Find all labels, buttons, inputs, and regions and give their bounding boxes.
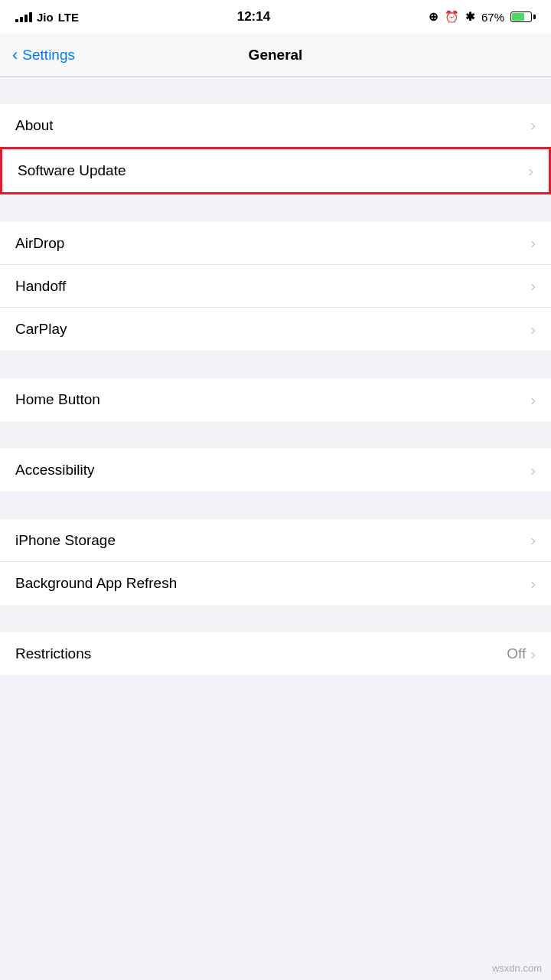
software-update-label: Software Update bbox=[18, 162, 126, 179]
list-item-software-update[interactable]: Software Update › bbox=[2, 149, 549, 192]
about-label: About bbox=[15, 117, 54, 134]
section-gap-3 bbox=[0, 421, 551, 449]
status-right: ⊕ ⏰ ✱ 67% bbox=[429, 10, 536, 24]
page-title: General bbox=[249, 47, 303, 64]
section-gap-1 bbox=[0, 194, 551, 222]
network-label: LTE bbox=[58, 11, 79, 24]
list-item-iphone-storage[interactable]: iPhone Storage › bbox=[0, 519, 551, 562]
accessibility-chevron-icon: › bbox=[530, 462, 536, 479]
restrictions-value: Off bbox=[507, 645, 526, 662]
background-app-refresh-right: › bbox=[530, 575, 536, 593]
section-gap-2 bbox=[0, 351, 551, 378]
background-app-refresh-label: Background App Refresh bbox=[15, 575, 177, 592]
airdrop-right: › bbox=[530, 234, 536, 252]
section-5: iPhone Storage › Background App Refresh … bbox=[0, 519, 551, 605]
section-1: About › Software Update › bbox=[0, 104, 551, 194]
back-button[interactable]: ‹ Settings bbox=[12, 47, 75, 64]
list-item-background-app-refresh[interactable]: Background App Refresh › bbox=[0, 562, 551, 605]
home-button-chevron-icon: › bbox=[530, 391, 536, 409]
restrictions-right: Off › bbox=[507, 645, 536, 663]
section-gap-top bbox=[0, 77, 551, 104]
carplay-right: › bbox=[530, 321, 536, 338]
about-chevron-icon: › bbox=[530, 116, 536, 134]
section-2: AirDrop › Handoff › CarPlay › bbox=[0, 222, 551, 351]
airdrop-chevron-icon: › bbox=[530, 234, 536, 252]
airdrop-label: AirDrop bbox=[15, 235, 64, 252]
handoff-chevron-icon: › bbox=[530, 277, 536, 295]
watermark: wsxdn.com bbox=[492, 962, 542, 974]
list-item-carplay[interactable]: CarPlay › bbox=[0, 308, 551, 351]
section-gap-5 bbox=[0, 605, 551, 632]
list-item-accessibility[interactable]: Accessibility › bbox=[0, 449, 551, 492]
list-item-airdrop[interactable]: AirDrop › bbox=[0, 222, 551, 265]
background-app-refresh-chevron-icon: › bbox=[530, 575, 536, 593]
handoff-label: Handoff bbox=[15, 278, 66, 295]
bluetooth-icon: ✱ bbox=[465, 10, 475, 24]
software-update-right: › bbox=[528, 162, 533, 180]
carplay-label: CarPlay bbox=[15, 321, 67, 338]
status-left: Jio LTE bbox=[15, 11, 79, 24]
restrictions-label: Restrictions bbox=[15, 645, 91, 662]
status-bar: Jio LTE 12:14 ⊕ ⏰ ✱ 67% bbox=[0, 0, 551, 34]
home-button-label: Home Button bbox=[15, 391, 100, 408]
alarm-icon: ⏰ bbox=[445, 10, 459, 24]
signal-icon bbox=[15, 11, 32, 22]
list-item-about[interactable]: About › bbox=[0, 104, 551, 147]
iphone-storage-chevron-icon: › bbox=[530, 531, 536, 549]
section-3: Home Button › bbox=[0, 378, 551, 421]
list-item-home-button[interactable]: Home Button › bbox=[0, 378, 551, 421]
carrier-label: Jio bbox=[37, 11, 54, 24]
section-4: Accessibility › bbox=[0, 449, 551, 492]
accessibility-right: › bbox=[530, 462, 536, 479]
nav-bar: ‹ Settings General bbox=[0, 34, 551, 77]
restrictions-chevron-icon: › bbox=[530, 645, 536, 663]
software-update-chevron-icon: › bbox=[528, 162, 533, 180]
handoff-right: › bbox=[530, 277, 536, 295]
back-chevron-icon: ‹ bbox=[12, 47, 18, 64]
list-item-handoff[interactable]: Handoff › bbox=[0, 265, 551, 308]
location-icon: ⊕ bbox=[429, 10, 439, 24]
list-item-restrictions[interactable]: Restrictions Off › bbox=[0, 632, 551, 675]
back-label: Settings bbox=[22, 47, 75, 64]
home-button-right: › bbox=[530, 391, 536, 409]
battery-percent: 67% bbox=[481, 11, 504, 24]
about-right: › bbox=[530, 116, 536, 134]
iphone-storage-label: iPhone Storage bbox=[15, 532, 116, 549]
software-update-highlight: Software Update › bbox=[0, 147, 551, 194]
section-6: Restrictions Off › bbox=[0, 632, 551, 675]
accessibility-label: Accessibility bbox=[15, 462, 94, 479]
carplay-chevron-icon: › bbox=[530, 321, 536, 338]
battery-icon bbox=[510, 11, 536, 22]
clock: 12:14 bbox=[237, 9, 270, 24]
section-gap-4 bbox=[0, 492, 551, 519]
iphone-storage-right: › bbox=[530, 531, 536, 549]
